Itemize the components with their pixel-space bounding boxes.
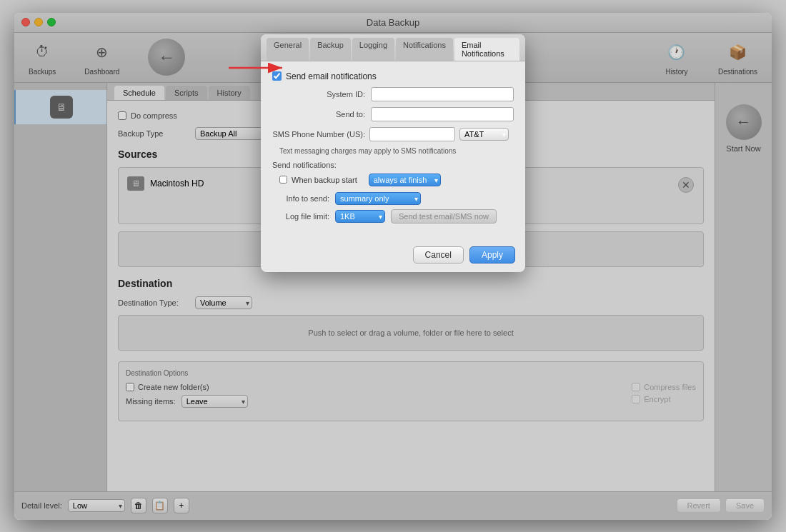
timing-select[interactable]: always at finish on error only always [369, 174, 441, 186]
log-file-row: Log file limit: 1KB 5KB 10KB 50KB Send t… [272, 209, 514, 224]
send-email-label: Send email notifications [286, 71, 377, 81]
test-btn[interactable]: Send test email/SMS now [391, 209, 497, 224]
log-limit-label: Log file limit: [272, 212, 329, 221]
modal-tab-email[interactable]: Email Notifications [454, 38, 519, 61]
modal-tab-notifications[interactable]: Notifications [396, 38, 453, 61]
modal-tabs: General Backup Logging Notifications Ema… [261, 34, 525, 61]
send-to-row: Send to: [272, 107, 514, 121]
carrier-select-wrapper: AT&T Verizon T-Mobile [459, 128, 509, 141]
apply-button[interactable]: Apply [469, 246, 515, 264]
info-to-send-row: Info to send: summary only full log no a… [272, 192, 514, 205]
info-select[interactable]: summary only full log no attachments [335, 192, 421, 205]
send-to-label: Send to: [272, 110, 365, 119]
modal-body: Send email notifications System ID: Send… [261, 61, 525, 241]
sms-label: SMS Phone Number (US): [272, 130, 365, 139]
send-email-row: Send email notifications [272, 71, 514, 81]
arrow-annotation [225, 57, 297, 81]
log-select-wrapper: 1KB 5KB 10KB 50KB [335, 210, 385, 223]
system-id-label: System ID: [272, 90, 365, 99]
sms-row: SMS Phone Number (US): AT&T Verizon T-Mo… [272, 127, 514, 141]
modal-tab-logging[interactable]: Logging [352, 38, 394, 61]
modal-footer: Cancel Apply [261, 241, 525, 272]
main-window: Data Backup ⏱ Backups ⊕ Dashboard ← No s… [14, 13, 772, 520]
when-backup-start-row: When backup start always at finish on er… [279, 174, 514, 186]
when-backup-start-label: When backup start [292, 176, 357, 184]
send-notifications-label: Send notifications: [272, 161, 365, 169]
timing-select-wrapper: always at finish on error only always [366, 174, 441, 186]
system-id-input[interactable] [371, 87, 514, 101]
log-select[interactable]: 1KB 5KB 10KB 50KB [335, 210, 385, 223]
when-backup-start-checkbox[interactable] [279, 176, 287, 184]
send-to-input[interactable] [371, 107, 514, 121]
sms-note: Text messaging charges may apply to SMS … [272, 147, 514, 155]
modal-dialog: General Backup Logging Notifications Ema… [261, 34, 525, 272]
cancel-button[interactable]: Cancel [413, 246, 464, 264]
info-to-send-label: Info to send: [272, 194, 329, 203]
carrier-select[interactable]: AT&T Verizon T-Mobile [459, 128, 509, 141]
sms-input[interactable] [369, 127, 455, 141]
modal-tab-backup[interactable]: Backup [310, 38, 351, 61]
info-select-wrapper: summary only full log no attachments [335, 192, 421, 205]
modal-overlay: General Backup Logging Notifications Ema… [14, 13, 772, 520]
system-id-row: System ID: [272, 87, 514, 101]
notification-options: When backup start always at finish on er… [279, 174, 514, 186]
send-notifications-row: Send notifications: [272, 161, 514, 169]
